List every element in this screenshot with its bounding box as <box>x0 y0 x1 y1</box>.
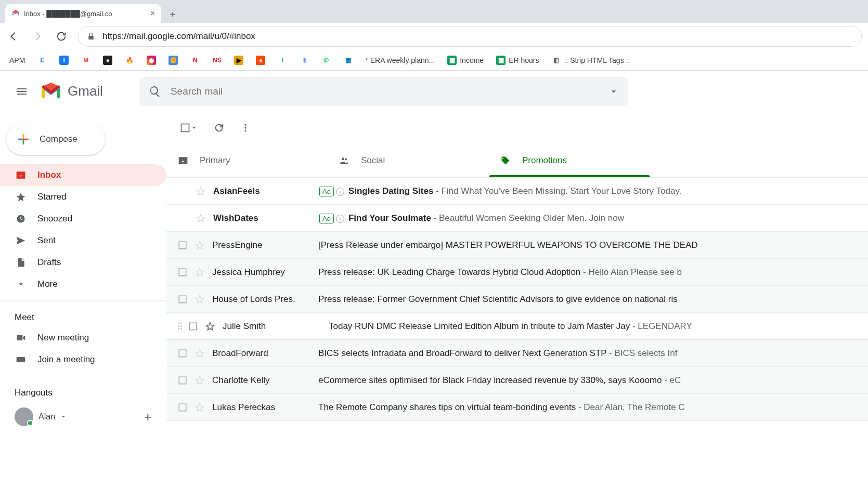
bookmark-item[interactable]: ◉ <box>147 56 156 65</box>
message-row[interactable]: Jessica HumphreyPress release: UK Leadin… <box>166 259 868 286</box>
bookmark-item[interactable]: f <box>59 56 69 65</box>
bookmarks-bar: APMEfM●🔥◉✊NNS▶●t⫴✆▦* ERA weekly plann...… <box>0 50 868 71</box>
bookmark-item[interactable]: t <box>278 56 287 65</box>
bookmark-item[interactable]: ● <box>256 56 265 65</box>
star-icon[interactable] <box>195 240 205 250</box>
main-menu-button[interactable] <box>9 79 34 104</box>
bookmark-favicon-icon: ▶ <box>234 56 243 65</box>
tab-primary[interactable]: Primary <box>166 143 328 177</box>
star-icon[interactable] <box>195 348 205 359</box>
star-icon[interactable] <box>196 213 206 223</box>
svg-rect-9 <box>179 269 186 276</box>
bookmark-label: * ERA weekly plann... <box>365 56 435 64</box>
star-icon[interactable] <box>195 375 205 386</box>
forward-button[interactable] <box>30 29 45 44</box>
bookmark-item[interactable]: ● <box>103 56 112 65</box>
message-row[interactable]: BroadForwardBICS selects Infradata and B… <box>166 340 868 367</box>
search-box[interactable] <box>139 77 628 106</box>
bookmark-item[interactable]: ✊ <box>169 56 178 65</box>
bookmark-label: Income <box>460 56 484 64</box>
row-checkbox[interactable] <box>178 349 187 358</box>
sidebar-item-new-meeting[interactable]: New meeting <box>0 327 166 349</box>
url-box[interactable]: https://mail.google.com/mail/u/0/#inbox <box>78 26 862 47</box>
message-list: AsianFeelsAdiSingles Dating Sites - Find… <box>166 178 868 488</box>
star-icon[interactable] <box>195 294 205 305</box>
compose-button[interactable]: Compose <box>6 124 105 155</box>
row-checkbox[interactable] <box>178 376 187 385</box>
sidebar-item-drafts[interactable]: Drafts <box>0 252 166 273</box>
sidebar-item-inbox[interactable]: Inbox <box>0 164 166 186</box>
info-icon[interactable]: i <box>336 215 344 223</box>
bookmark-item[interactable]: ▦ <box>343 56 353 65</box>
back-button[interactable] <box>6 29 21 44</box>
bookmark-item[interactable]: 🔥 <box>125 56 134 65</box>
close-icon[interactable]: × <box>150 9 155 18</box>
bookmark-item[interactable]: * ERA weekly plann... <box>365 56 435 64</box>
bookmark-item[interactable]: N <box>190 56 200 65</box>
bookmark-favicon-icon: ✆ <box>321 56 331 65</box>
message-row[interactable]: Julie SmithToday RUN DMC Release Limited… <box>166 313 868 340</box>
star-icon[interactable] <box>195 402 205 413</box>
gmail-logo[interactable]: Gmail <box>40 83 103 100</box>
sidebar-item-sent[interactable]: Sent <box>0 230 166 252</box>
select-all-checkbox[interactable] <box>180 123 198 133</box>
bookmark-item[interactable]: E <box>37 56 47 65</box>
reload-button[interactable] <box>54 29 69 44</box>
bookmark-favicon-icon: ⫴ <box>300 56 309 65</box>
row-checkbox[interactable] <box>178 403 187 412</box>
row-checkbox[interactable] <box>188 322 198 331</box>
message-row[interactable]: PressEngine[Press Release under embargo]… <box>166 232 868 259</box>
bookmark-favicon-icon: M <box>81 56 90 65</box>
lock-icon <box>87 32 95 41</box>
more-button[interactable] <box>240 123 251 133</box>
search-input[interactable] <box>171 86 599 97</box>
bookmark-item[interactable]: ◧:: Strip HTML Tags :: <box>551 56 630 65</box>
ad-row[interactable]: WishDatesAdiFind Your Soulmate - Beautif… <box>166 205 868 232</box>
bookmark-item[interactable]: NS <box>212 56 222 65</box>
tab-label: Promotions <box>522 155 567 166</box>
hangouts-user[interactable]: Alan + <box>0 402 166 431</box>
star-icon[interactable] <box>196 186 206 196</box>
message-row[interactable]: Lukas PereckasThe Remote Company shares … <box>166 394 868 421</box>
star-icon[interactable] <box>195 267 205 278</box>
toolbar <box>166 112 868 143</box>
browser-tab[interactable]: Inbox - ███████@gmail.co × <box>5 4 161 23</box>
drag-handle-icon[interactable] <box>178 323 184 329</box>
sidebar-item-snoozed[interactable]: Snoozed <box>0 208 166 230</box>
chevron-down-icon[interactable] <box>60 414 67 420</box>
gmail-header: Gmail <box>0 71 868 112</box>
tab-promotions[interactable]: Promotions <box>489 143 650 177</box>
search-options-icon[interactable] <box>608 86 619 97</box>
chevron-down-icon <box>190 124 198 131</box>
sidebar-item-more[interactable]: More <box>0 273 166 295</box>
ad-row[interactable]: AsianFeelsAdiSingles Dating Sites - Find… <box>166 178 868 205</box>
bookmark-item[interactable]: ▦ER hours <box>496 56 539 65</box>
sidebar-item-starred[interactable]: Starred <box>0 186 166 208</box>
inbox-icon <box>178 155 188 166</box>
bookmark-favicon-icon: 🔥 <box>125 56 134 65</box>
bookmark-favicon-icon: NS <box>212 56 222 65</box>
row-checkbox[interactable] <box>178 295 187 304</box>
bookmark-item[interactable]: ▶ <box>234 56 243 65</box>
info-icon[interactable]: i <box>336 188 344 196</box>
bookmark-item[interactable]: ✆ <box>321 56 331 65</box>
tab-social[interactable]: Social <box>328 143 489 177</box>
sidebar-item-label: Drafts <box>37 257 61 268</box>
message-row[interactable]: Charlotte KellyeCommerce sites optimised… <box>166 367 868 394</box>
bookmark-item[interactable]: M <box>81 56 90 65</box>
bookmark-item[interactable]: ▦Income <box>447 56 484 65</box>
new-tab-button[interactable]: + <box>164 6 181 23</box>
new-chat-button[interactable]: + <box>144 409 152 425</box>
message-row[interactable]: House of Lords Pres.Press release: Forme… <box>166 286 868 313</box>
avatar <box>15 407 33 426</box>
row-checkbox[interactable] <box>178 268 187 277</box>
bookmark-item[interactable]: ⫴ <box>300 56 309 65</box>
bookmark-item[interactable]: APM <box>9 56 25 64</box>
refresh-button[interactable] <box>213 122 225 134</box>
sidebar-item-label: Sent <box>37 235 56 246</box>
svg-rect-14 <box>179 404 186 411</box>
row-checkbox[interactable] <box>178 241 187 250</box>
sidebar-item-join-a-meeting[interactable]: Join a meeting <box>0 349 166 371</box>
star-icon[interactable] <box>205 321 215 332</box>
message-sender: House of Lords Pres. <box>212 294 311 305</box>
